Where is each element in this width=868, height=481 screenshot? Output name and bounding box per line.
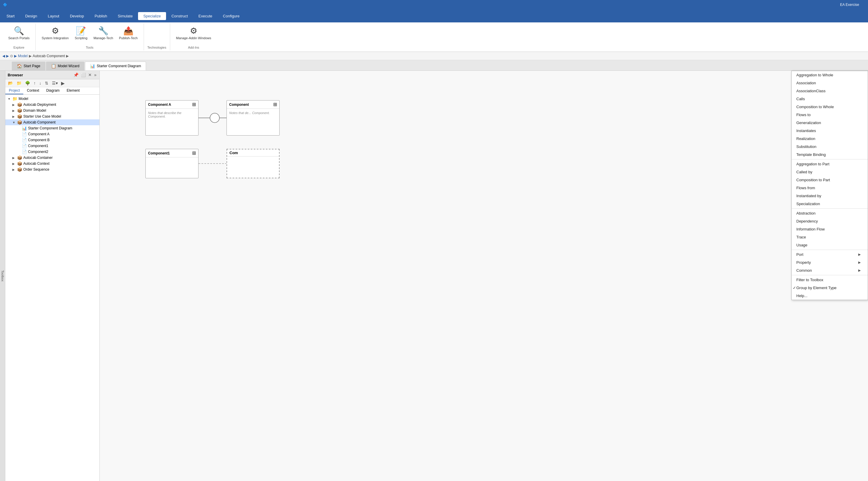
component-box-1[interactable]: Component1 ⊞ [146, 149, 198, 178]
menu-item-simulate[interactable]: Simulate [112, 12, 138, 20]
tab-starter-component-diagram[interactable]: 📊Starter Component Diagram [85, 62, 146, 70]
tree-item-component-b[interactable]: 📄 Component B [5, 137, 99, 143]
tree-item-order-sequence[interactable]: ▶ 📦 Order Sequence [5, 166, 99, 172]
context-menu-item-generalization[interactable]: Generalization [792, 119, 868, 127]
nav-back[interactable]: ◀ [2, 54, 5, 58]
context-menu-separator-18 [792, 209, 868, 209]
menu-item-start[interactable]: Start [1, 12, 20, 20]
browser-float-btn[interactable]: ⬜ [80, 72, 86, 78]
ribbon-btn-manage-addin-windows[interactable]: ⚙Manage-Addin Windows [174, 25, 214, 41]
ribbon-btn-manage-tech[interactable]: 🔧Manage-Tech [91, 25, 116, 41]
component-box-a[interactable]: Component A ⊞ Notes that describe the Co… [146, 100, 198, 135]
context-menu-item-filter-to-toolbox[interactable]: Filter to Toolbox [792, 276, 868, 284]
toolbox-sidebar[interactable]: Toolbox [0, 71, 5, 481]
move-up-btn[interactable]: ↑ [32, 80, 37, 86]
ribbon-btn-system-integration[interactable]: ⚙System Integration [39, 25, 71, 41]
context-menu-item-property[interactable]: Property▶ [792, 258, 868, 266]
ribbon-btn-scripting[interactable]: 📝Scripting [72, 25, 90, 41]
context-menu-item-group-by-element-type[interactable]: Group by Element Type [792, 284, 868, 292]
browser-tab-diagram[interactable]: Diagram [43, 87, 63, 94]
browser-tab-project[interactable]: Project [5, 87, 23, 94]
tree-item-autocab-deployment[interactable]: ▶ 📦 Autocab Deployment [5, 102, 99, 107]
browser-tab-element[interactable]: Element [63, 87, 83, 94]
context-menu-item-trace[interactable]: Trace [792, 233, 868, 241]
browser-close-btn[interactable]: ✕ [88, 72, 92, 78]
browser-tab-context[interactable]: Context [23, 87, 42, 94]
tab-icon: 📋 [51, 64, 56, 68]
ribbon-btn-search-portals[interactable]: 🔍Search Portals [6, 25, 32, 41]
context-menu-item-called-by[interactable]: Called by [792, 168, 868, 176]
browser-pin-btn[interactable]: 📌 [73, 72, 79, 78]
menu-item-specialize[interactable]: Specialize [138, 12, 166, 20]
context-menu-item-instantiates[interactable]: Instantiates [792, 127, 868, 135]
context-menu-item-information-flow[interactable]: Information Flow [792, 225, 868, 233]
nav-home[interactable]: ⊙ [10, 54, 13, 58]
context-menu-label: AssociationClass [796, 89, 826, 93]
context-menu-item-usage[interactable]: Usage [792, 241, 868, 249]
menu-item-construct[interactable]: Construct [166, 12, 193, 20]
tree-icon-btn[interactable]: 🌳 [24, 80, 32, 86]
browser-expand-btn[interactable]: » [93, 72, 97, 78]
context-menu-item-realization[interactable]: Realization [792, 135, 868, 143]
folder-closed-icon[interactable]: 📁 [15, 80, 23, 86]
tree-item-autocab-context[interactable]: ▶ 📦 Autocab Context [5, 161, 99, 166]
nav-forward[interactable]: ▶ [6, 54, 9, 58]
context-menu-item-port[interactable]: Port▶ [792, 251, 868, 258]
sort-btn[interactable]: ⇅ [43, 80, 50, 86]
breadcrumb-component[interactable]: Autocab Component [33, 54, 65, 58]
context-menu-item-template-binding[interactable]: Template Binding [792, 151, 868, 159]
context-menu-item-help...[interactable]: Help... [792, 292, 868, 300]
context-menu-item-dependency[interactable]: Dependency [792, 217, 868, 225]
tree-item-starter-component-diagram[interactable]: 📊 Starter Component Diagram [5, 125, 99, 131]
context-menu-item-instantiated-by[interactable]: Instantiated by [792, 192, 868, 200]
context-menu-item-flows-to[interactable]: Flows to [792, 111, 868, 119]
tab-model-wizard[interactable]: 📋Model Wizard [46, 62, 84, 70]
tree-item-component1[interactable]: 📄 Component1 [5, 143, 99, 149]
context-menu-item-flows-from[interactable]: Flows from [792, 184, 868, 192]
menu-btn[interactable]: ☰▾ [51, 80, 59, 86]
context-menu-separator-24 [792, 250, 868, 250]
ribbon-btn-publish-tech[interactable]: 📤Publish-Tech [117, 25, 140, 41]
tree-item-component-a[interactable]: 📄 Component A [5, 131, 99, 137]
canvas-area[interactable]: Component A ⊞ Notes that describe the Co… [100, 71, 868, 481]
menu-item-develop[interactable]: Develop [65, 12, 89, 20]
tree-expand: ▶ [12, 115, 16, 118]
context-menu-item-composition-to-whole[interactable]: Composition to Whole [792, 103, 868, 111]
context-menu-label: Aggregation to Whole [796, 73, 833, 77]
context-menu-label: Called by [796, 170, 812, 174]
expand-arrow-btn[interactable]: ▶ [61, 81, 65, 86]
tree-expand: ▶ [12, 103, 16, 106]
menu-item-design[interactable]: Design [20, 12, 42, 20]
context-menu-item-aggregation-to-whole[interactable]: Aggregation to Whole [792, 71, 868, 79]
context-menu-label: Group by Element Type [796, 286, 836, 290]
context-menu-item-calls[interactable]: Calls [792, 95, 868, 103]
context-menu-item-common[interactable]: Common▶ [792, 266, 868, 275]
menu-item-execute[interactable]: Execute [193, 12, 218, 20]
menu-item-configure[interactable]: Configure [218, 12, 245, 20]
move-down-btn[interactable]: ↓ [38, 80, 43, 86]
tree-item-autocab-container[interactable]: ▶ 📦 Autocab Container [5, 155, 99, 161]
context-menu-item-associationclass[interactable]: AssociationClass [792, 87, 868, 95]
tree-item-domain-model[interactable]: ▶ 📦 Domain Model [5, 107, 99, 114]
context-menu-item-substitution[interactable]: Substitution [792, 143, 868, 151]
context-menu-item-aggregation-to-part[interactable]: Aggregation to Part [792, 160, 868, 168]
tree-item-model[interactable]: ▼ 📁 Model [5, 96, 99, 102]
context-menu-item-composition-to-part[interactable]: Composition to Part [792, 176, 868, 184]
breadcrumb-root[interactable]: ▶ [14, 54, 17, 58]
tree-item-label: Model [19, 97, 28, 101]
tree-item-autocab-component[interactable]: ▼ 📦 Autocab Component [5, 119, 99, 125]
tab-start-page[interactable]: 🏠Start Page [12, 62, 45, 70]
component-box-b[interactable]: Component ⊞ Notes that de... Component. [226, 100, 280, 135]
folder-open-icon[interactable]: 📂 [6, 80, 14, 86]
context-menu-item-association[interactable]: Association [792, 79, 868, 87]
dashed-component-box[interactable]: Com [226, 149, 280, 178]
context-menu-label: Instantiated by [796, 194, 822, 198]
tree-item-component2[interactable]: 📄 Component2 [5, 149, 99, 155]
context-menu-item-abstraction[interactable]: Abstraction [792, 209, 868, 217]
menu-item-publish[interactable]: Publish [89, 12, 113, 20]
breadcrumb-model[interactable]: Model [18, 54, 28, 58]
menu-item-layout[interactable]: Layout [42, 12, 65, 20]
tree-item-starter-use-case-model[interactable]: ▶ 📦 Starter Use Case Model [5, 114, 99, 119]
context-menu-item-specialization[interactable]: Specialization [792, 200, 868, 208]
title-bar: 🔷 EA Exercise [0, 0, 868, 9]
